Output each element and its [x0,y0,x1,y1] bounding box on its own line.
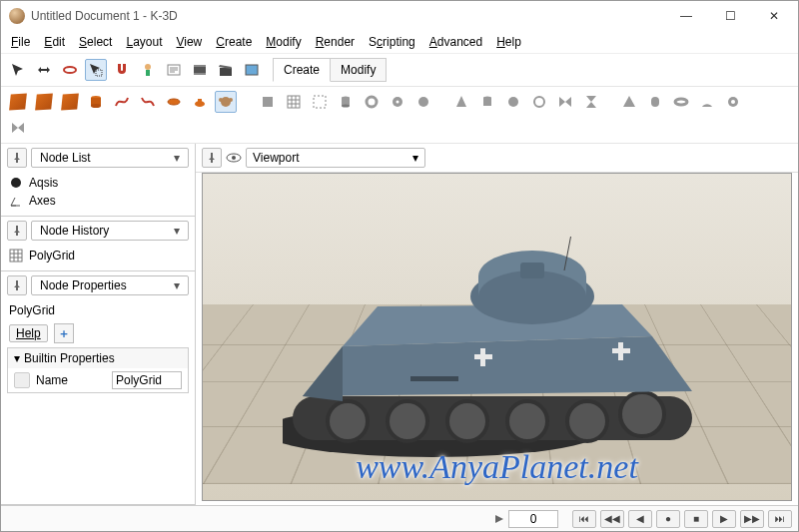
tab-create[interactable]: Create [273,58,331,82]
svg-point-30 [508,97,518,107]
prim-cube-2[interactable] [33,91,55,113]
prim-halfmoon[interactable] [748,91,770,113]
svg-rect-1 [96,70,102,76]
tool-move[interactable] [33,59,55,81]
menu-scripting[interactable]: Scripting [369,35,415,49]
nav-rewind-button[interactable]: ◀◀ [600,510,624,528]
prim-donut[interactable] [722,91,744,113]
tool-gizmo[interactable] [137,59,159,81]
prim-teapot[interactable] [189,91,211,113]
prim-cube-1[interactable] [7,91,29,113]
watermark-text: www.AnyaPlanet.net [356,448,638,486]
svg-rect-55 [410,376,458,381]
play-icon[interactable] [494,514,504,524]
viewport-canvas[interactable]: www.AnyaPlanet.net [202,173,792,501]
svg-rect-20 [314,96,326,108]
prim-cylinder[interactable] [85,91,107,113]
tool-script[interactable] [163,59,185,81]
menu-help[interactable]: Help [496,35,521,49]
tool-select-box[interactable] [85,59,107,81]
minimize-button[interactable]: — [664,2,708,30]
menu-view[interactable]: View [176,35,202,49]
nav-first-button[interactable]: ⏮ [572,510,596,528]
svg-point-43 [388,401,427,441]
toolbar-main: Create Modify [1,53,798,87]
prim-bowtie-2[interactable] [7,117,29,139]
svg-point-35 [731,100,735,104]
prim-pill[interactable] [644,91,666,113]
maximize-button[interactable]: ☐ [708,2,752,30]
add-property-button[interactable]: ＋ [54,323,74,343]
prim-hourglass[interactable] [580,91,602,113]
menu-edit[interactable]: Edit [44,35,65,49]
menu-layout[interactable]: Layout [126,35,162,49]
help-button[interactable]: Help [9,324,48,342]
list-item-label: PolyGrid [29,249,75,263]
tool-render[interactable] [241,59,263,81]
frame-number-input[interactable] [508,510,558,528]
menu-create[interactable]: Create [216,35,252,49]
svg-rect-14 [198,99,202,102]
property-connector-icon[interactable] [14,372,30,388]
nav-record-button[interactable]: ● [656,510,680,528]
svg-rect-53 [618,342,623,360]
prim-gray-cube[interactable] [257,91,279,113]
prim-arc[interactable] [696,91,718,113]
pin-icon[interactable] [7,275,27,295]
tool-magnet[interactable] [111,59,133,81]
prim-select-dashed[interactable] [309,91,331,113]
menu-select[interactable]: Select [79,35,112,49]
property-row: Name [8,368,188,392]
nav-prev-button[interactable]: ◀ [628,510,652,528]
svg-rect-51 [480,348,485,366]
prim-ring-2[interactable] [528,91,550,113]
viewport-dropdown[interactable]: Viewport▾ [246,148,425,168]
prim-monkey[interactable] [215,91,237,113]
svg-rect-18 [263,97,273,107]
triangle-down-icon: ▾ [14,351,20,365]
prim-gray-cylinder[interactable] [335,91,357,113]
pin-icon[interactable] [7,221,27,241]
prim-curve-1[interactable] [111,91,133,113]
close-button[interactable]: ✕ [752,2,796,30]
prim-grid[interactable] [283,91,305,113]
nav-last-button[interactable]: ⏭ [768,510,792,528]
prim-bowtie[interactable] [554,91,576,113]
svg-point-0 [64,67,76,73]
node-list-dropdown[interactable]: Node List▾ [31,148,189,168]
prim-curve-2[interactable] [137,91,159,113]
nav-forward-button[interactable]: ▶▶ [740,510,764,528]
prim-torus-g[interactable] [670,91,692,113]
node-history-dropdown[interactable]: Node History▾ [31,221,189,241]
menu-advanced[interactable]: Advanced [429,35,482,49]
prim-sphere[interactable] [502,91,524,113]
pin-icon[interactable] [202,148,222,168]
grid-icon [9,249,23,263]
nav-stop-button[interactable]: ■ [684,510,708,528]
list-item[interactable]: PolyGrid [9,247,187,265]
prim-torus[interactable] [163,91,185,113]
list-item[interactable]: Aqsis [9,174,187,192]
properties-section-header[interactable]: ▾ Builtin Properties [8,348,188,368]
pin-icon[interactable] [7,148,27,168]
menu-render[interactable]: Render [316,35,355,49]
tank-model [283,237,712,476]
menu-modify[interactable]: Modify [266,35,301,49]
prim-pyramid[interactable] [618,91,640,113]
tool-clapper[interactable] [215,59,237,81]
nav-next-button[interactable]: ▶ [712,510,736,528]
node-properties-dropdown[interactable]: Node Properties▾ [31,275,189,295]
tool-pointer[interactable] [7,59,29,81]
prim-circle[interactable] [412,91,434,113]
prim-cube-3[interactable] [59,91,81,113]
tool-film[interactable] [189,59,211,81]
prim-cone[interactable] [450,91,472,113]
property-value-input[interactable] [112,371,182,389]
list-item[interactable]: Axes [9,192,187,210]
tool-torus[interactable] [59,59,81,81]
prim-cylinder-2[interactable] [476,91,498,113]
prim-ring[interactable] [361,91,383,113]
tab-modify[interactable]: Modify [331,58,387,82]
menu-file[interactable]: File [11,35,30,49]
prim-disc[interactable] [387,91,408,113]
